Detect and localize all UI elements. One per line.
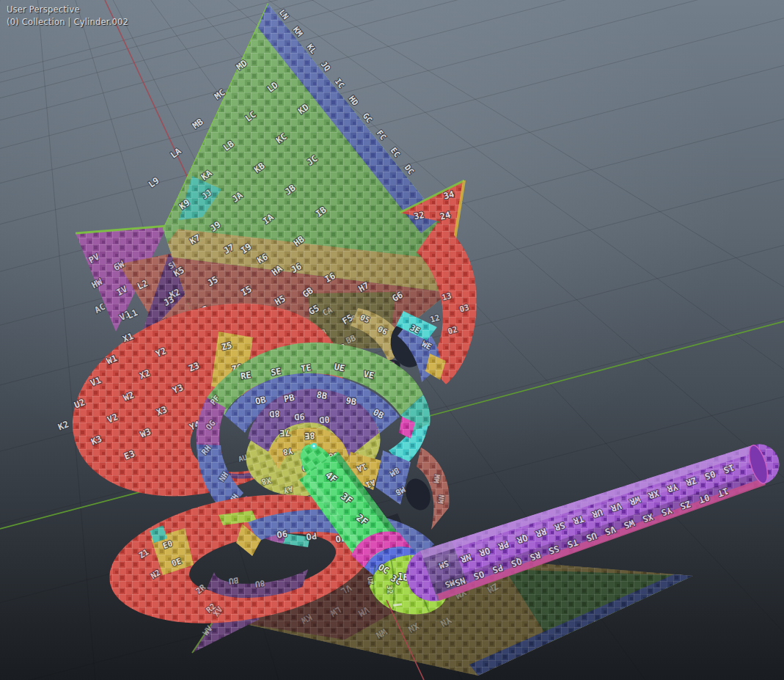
svg-text:PO: PO [305,530,317,542]
svg-text:RE: RE [240,370,252,381]
svg-text:7E: 7E [279,428,290,439]
svg-text:TE: TE [300,362,312,374]
svg-text:PB: PB [283,392,296,405]
object-origin-dot-core [312,445,315,447]
svg-text:8D: 8D [269,409,280,420]
breadcrumb: (0) Collection | Cylinder.002 [7,16,128,29]
svg-text:9B: 9B [345,395,357,407]
svg-text:9O: 9O [276,528,287,540]
svg-text:9D: 9D [294,412,305,423]
svg-text:8E: 8E [304,431,315,442]
svg-text:SE: SE [270,366,282,378]
svg-text:BU: BU [228,575,239,586]
svg-text:8U: 8U [254,578,265,589]
svg-text:OB: OB [254,395,267,407]
svg-text:MM: MM [432,474,442,484]
svg-text:32: 32 [413,210,425,222]
view-mode-label: User Perspective [7,4,128,16]
svg-text:32: 32 [385,585,394,594]
svg-text:UE: UE [333,362,345,374]
svg-text:8B: 8B [315,390,328,401]
viewport-overlay-text: User Perspective (0) Collection | Cylind… [7,4,128,29]
blender-3d-viewport[interactable]: PV6WHWIVACVJSHG9L2K2J2L1K1J1 LNKMKLJQICH… [0,0,784,680]
svg-text:NM: NM [436,494,446,505]
viewport-canvas[interactable]: PV6WHWIVACVJSHG9L2K2J2L1K1J1 LNKMKLJQICH… [0,0,784,680]
svg-text:Y8: Y8 [282,446,293,457]
svg-text:VE: VE [362,369,375,381]
svg-text:0D: 0D [319,414,330,425]
